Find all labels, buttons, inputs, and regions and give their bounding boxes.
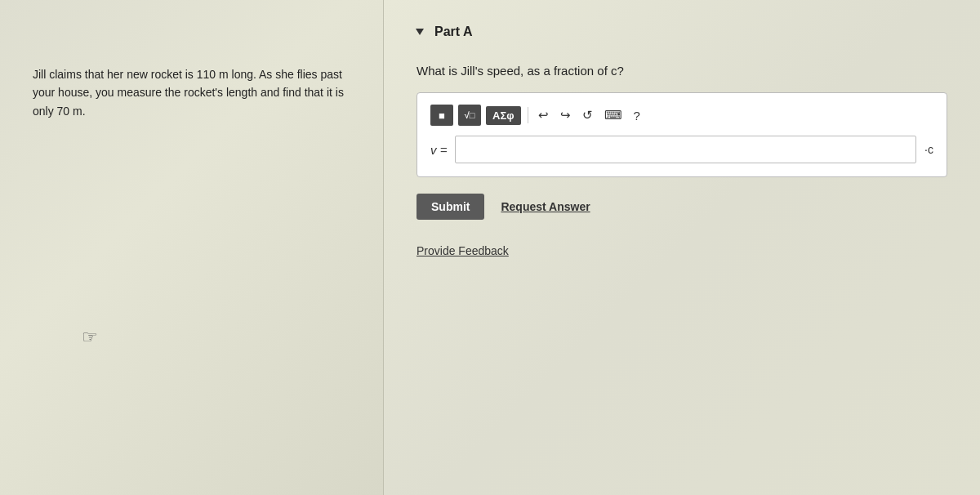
collapse-icon[interactable] (416, 29, 424, 35)
redo-icon[interactable]: ↪ (557, 106, 574, 124)
math-toolbar: ■ √□ ΑΣφ ↩ ↪ ↺ ⌨ ? (430, 105, 933, 126)
submit-button[interactable]: Submit (416, 194, 484, 220)
radical-icon: √□ (465, 110, 475, 120)
symbol-label: ΑΣφ (492, 109, 514, 122)
toolbar-separator (528, 107, 528, 123)
cursor-icon: ☞ (82, 327, 98, 348)
matrix-icon: ■ (439, 109, 445, 122)
actions-row: Submit Request Answer (416, 194, 947, 220)
part-header: Part A (416, 25, 947, 39)
part-title: Part A (434, 25, 473, 39)
matrix-button[interactable]: ■ (430, 105, 453, 126)
help-icon[interactable]: ? (630, 107, 644, 124)
input-row: v = ·c (430, 136, 933, 163)
provide-feedback-link[interactable]: Provide Feedback (416, 244, 947, 257)
right-panel: Part A What is Jill's speed, as a fracti… (384, 0, 980, 495)
answer-input[interactable] (455, 136, 916, 163)
left-panel: Jill claims that her new rocket is 110 m… (0, 0, 384, 495)
problem-text: Jill claims that her new rocket is 110 m… (33, 65, 351, 120)
reset-icon[interactable]: ↺ (579, 106, 596, 124)
request-answer-link[interactable]: Request Answer (501, 200, 590, 213)
question-text: What is Jill's speed, as a fraction of c… (416, 64, 947, 78)
symbol-button[interactable]: ΑΣφ (486, 106, 521, 125)
unit-label: ·c (924, 143, 933, 156)
undo-icon[interactable]: ↩ (535, 106, 552, 124)
answer-box: ■ √□ ΑΣφ ↩ ↪ ↺ ⌨ ? v = ·c (416, 92, 947, 177)
v-label: v = (430, 143, 447, 157)
keyboard-icon[interactable]: ⌨ (601, 106, 626, 124)
radical-button[interactable]: √□ (458, 105, 481, 126)
